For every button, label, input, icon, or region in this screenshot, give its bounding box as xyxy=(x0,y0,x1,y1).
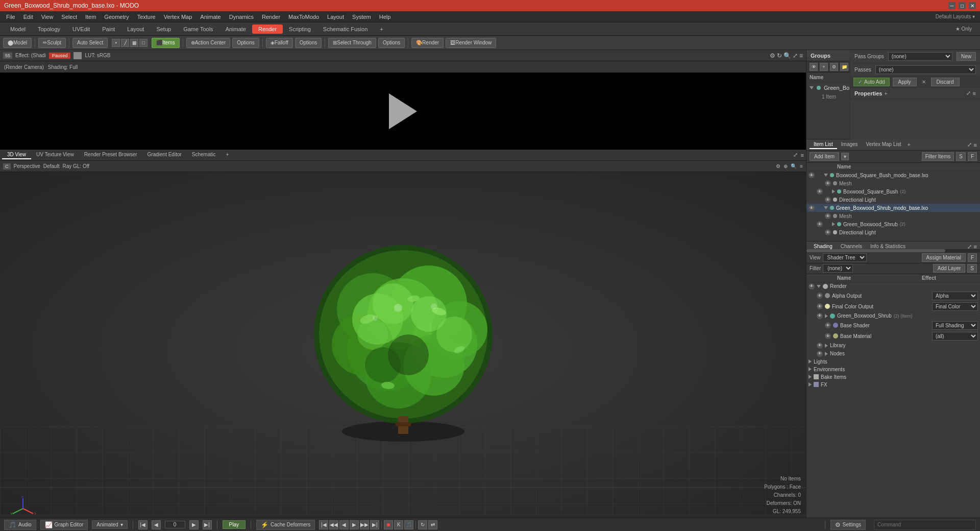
tab-model[interactable]: Model xyxy=(4,25,32,34)
table-row[interactable]: 👁 Green_Boxwood_Shrub (2) xyxy=(806,220,980,228)
menu-maxtomodo[interactable]: MaxToModo xyxy=(284,13,323,21)
view-tab-schematic[interactable]: Schematic xyxy=(187,151,221,159)
menu-geometry[interactable]: Geometry xyxy=(100,13,133,21)
groups-expand-arrow[interactable] xyxy=(810,86,814,89)
view-tab-render-preset[interactable]: Render Preset Browser xyxy=(79,151,142,159)
list-item[interactable]: Lights xyxy=(806,358,980,366)
shade-eye-icon[interactable]: 👁 xyxy=(817,343,823,349)
table-row[interactable]: 👁 Mesh xyxy=(806,212,980,220)
item-expand-icon[interactable] xyxy=(832,189,835,194)
shading-f-button[interactable]: F xyxy=(968,253,977,262)
transport-next-button[interactable]: ▶ xyxy=(189,520,199,529)
item-mode-icon[interactable]: □ xyxy=(139,39,148,47)
view-tab-plus[interactable]: + xyxy=(221,151,234,159)
shading-s-button[interactable]: S xyxy=(967,264,977,273)
shading-view-select[interactable]: Shader Tree xyxy=(823,253,867,262)
groups-folder-btn[interactable]: 📁 xyxy=(840,63,848,71)
viewport-raygl-label[interactable]: Ray GL: Off xyxy=(62,163,89,169)
transport-end-button[interactable]: ▶| xyxy=(203,520,212,529)
items-expand-icon[interactable]: ⤢ xyxy=(967,141,972,148)
shade-expand-icon[interactable] xyxy=(817,285,821,288)
list-item[interactable]: 👁 Alpha Output Alpha xyxy=(806,291,980,301)
scene-background[interactable]: No Items Polygons : Face Channels: 0 Def… xyxy=(0,172,806,518)
options-button-3[interactable]: Options xyxy=(378,38,405,48)
viewport-view-label[interactable]: Perspective xyxy=(14,163,40,169)
viewport-nav-icon[interactable]: ⊕ xyxy=(783,163,788,169)
tab-uvedit[interactable]: UVEdit xyxy=(66,25,96,34)
transport-extra-1[interactable]: |◀ xyxy=(319,520,328,529)
viewport-menu-icon[interactable]: ≡ xyxy=(800,163,803,169)
list-item[interactable]: Environments xyxy=(806,366,980,373)
transport-extra-5[interactable]: ▶▶ xyxy=(360,520,369,529)
close-button[interactable]: ✕ xyxy=(969,2,976,9)
viewport-settings-icon[interactable]: ⚙ xyxy=(776,163,780,169)
auto-add-button[interactable]: ✓ Auto Add xyxy=(853,78,890,86)
shade-eye-icon[interactable]: 👁 xyxy=(825,333,831,339)
transport-prev-button[interactable]: ◀ xyxy=(152,520,161,529)
frame-input[interactable] xyxy=(165,521,185,528)
play-button[interactable]: Play xyxy=(223,520,246,529)
shade-expand-icon[interactable] xyxy=(825,344,828,348)
pass-groups-new-button[interactable]: New xyxy=(957,52,976,61)
transport-rec[interactable]: ⏺ xyxy=(384,520,393,529)
apply-button[interactable]: Apply xyxy=(893,78,917,86)
passes-select[interactable]: (none) xyxy=(875,65,976,74)
command-input[interactable] xyxy=(877,522,972,527)
transport-audio-btn[interactable]: 🎵 xyxy=(404,520,413,529)
tab-setup[interactable]: Setup xyxy=(150,25,177,34)
list-item[interactable]: 👁 Base Material (all) xyxy=(806,331,980,342)
shade-expand-icon[interactable] xyxy=(808,382,812,387)
options-button-2[interactable]: Options xyxy=(295,38,322,48)
sculpt-button[interactable]: ✏ Sculpt xyxy=(38,38,66,48)
view-tab-3d[interactable]: 3D View xyxy=(2,151,31,159)
edge-mode-icon[interactable]: ╱ xyxy=(121,39,129,47)
add-item-dropdown-icon[interactable]: ▾ xyxy=(841,153,849,160)
transport-extra-6[interactable]: ▶| xyxy=(370,520,379,529)
items-menu-icon[interactable]: ≡ xyxy=(974,142,977,148)
render-expand-icon[interactable]: ⤢ xyxy=(793,52,798,59)
shade-expand-icon[interactable] xyxy=(825,352,828,356)
menu-view[interactable]: View xyxy=(37,13,58,21)
shade-eye-icon[interactable]: 👁 xyxy=(817,351,823,357)
add-layer-button[interactable]: Add Layer xyxy=(933,264,966,273)
render-zoom-icon[interactable]: 🔍 xyxy=(783,52,791,59)
transport-loop[interactable]: ↻ xyxy=(418,520,427,529)
animated-button[interactable]: Animated ▾ xyxy=(92,520,127,529)
tab-render[interactable]: Render xyxy=(252,25,283,34)
items-tab-plus[interactable]: + xyxy=(905,140,913,149)
view-tab-gradient[interactable]: Gradient Editor xyxy=(142,151,187,159)
eye-icon[interactable]: 👁 xyxy=(825,180,831,186)
render-window-button[interactable]: 🖼 Render Window xyxy=(446,38,496,48)
items-button[interactable]: ⬛ Items xyxy=(152,38,179,48)
shade-effect-select[interactable]: Alpha xyxy=(932,292,978,300)
menu-render[interactable]: Render xyxy=(258,13,284,21)
render-menu-icon[interactable]: ≡ xyxy=(799,52,803,59)
shade-eye-icon[interactable]: 👁 xyxy=(817,303,823,309)
transport-extra-3[interactable]: ◀ xyxy=(339,520,349,529)
properties-expand-icon[interactable]: ⤢ xyxy=(966,90,971,96)
table-row[interactable]: 👁 Boxwood_Square_Bush_modo_base.lxo xyxy=(806,171,980,179)
assign-material-button[interactable]: Assign Material xyxy=(922,253,966,262)
discard-x-icon[interactable]: ✕ xyxy=(920,78,928,86)
add-item-button[interactable]: Add Item xyxy=(810,152,839,161)
default-layouts[interactable]: Default Layouts ▾ xyxy=(933,14,978,19)
render-button[interactable]: 🎨 Render xyxy=(411,38,444,48)
table-row[interactable]: 👁 Boxwood_Square_Bush (2) xyxy=(806,187,980,196)
shade-eye-icon[interactable]: 👁 xyxy=(817,293,823,299)
action-center-button[interactable]: ⊕ Action Center xyxy=(186,38,231,48)
tab-topology[interactable]: Topology xyxy=(32,25,66,34)
discard-button[interactable]: Discard xyxy=(931,78,960,86)
view-expand-icon[interactable]: ⤢ xyxy=(793,152,798,158)
items-scrollbar[interactable] xyxy=(806,249,980,252)
eye-icon[interactable]: 👁 xyxy=(825,213,831,219)
tab-layout[interactable]: Layout xyxy=(121,25,150,34)
groups-settings-btn[interactable]: ⚙ xyxy=(830,63,838,71)
menu-item[interactable]: Item xyxy=(81,13,100,21)
select-through-button[interactable]: ⊞ Select Through xyxy=(328,38,376,48)
falloff-button[interactable]: ◈ Falloff xyxy=(266,38,293,48)
options-button-1[interactable]: Options xyxy=(232,38,259,48)
viewport-default-label[interactable]: Default xyxy=(43,163,60,169)
properties-menu-icon[interactable]: ≡ xyxy=(973,90,976,96)
minimize-button[interactable]: ─ xyxy=(948,2,955,9)
menu-select[interactable]: Select xyxy=(57,13,81,21)
